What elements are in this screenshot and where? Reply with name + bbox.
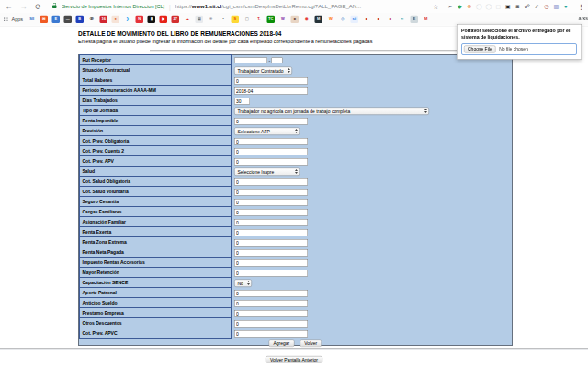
select-dropdown[interactable]: Seleccione Isapre bbox=[234, 167, 300, 176]
bookmark-item[interactable]: W bbox=[327, 16, 335, 24]
text-input[interactable] bbox=[234, 178, 308, 186]
bookmark-star-icon[interactable]: ☆ bbox=[433, 3, 438, 10]
text-input[interactable] bbox=[234, 189, 308, 196]
back-button[interactable]: ← bbox=[4, 1, 14, 13]
reload-button[interactable]: ⟳ bbox=[33, 1, 43, 13]
bookmark-item[interactable]: S bbox=[232, 16, 240, 24]
bookmark-item[interactable]: ✳ bbox=[208, 16, 216, 24]
bookmark-item[interactable]: T. bbox=[255, 16, 264, 24]
select-dropdown[interactable]: Trabajador Contratado bbox=[234, 66, 292, 75]
bookmark-item[interactable]: 27 bbox=[172, 16, 180, 24]
volver-pantalla-anterior-button[interactable]: Volver Pantalla Anterior bbox=[266, 356, 322, 363]
extension-icon[interactable]: ◯ bbox=[475, 3, 483, 11]
bookmark-item[interactable]: — bbox=[64, 16, 73, 24]
bookmark-item[interactable]: ☻ bbox=[387, 16, 395, 24]
apps-grid-icon[interactable] bbox=[4, 17, 8, 22]
field-value-cell: - 0 bbox=[232, 318, 512, 328]
bookmark-item[interactable]: B bbox=[76, 16, 85, 24]
bookmark-item[interactable]: ✉ bbox=[40, 16, 49, 24]
rut-number-input[interactable] bbox=[234, 57, 267, 63]
dialog-message: Porfavor seleccione el archivo entregado… bbox=[461, 28, 577, 40]
extension-icon[interactable]: ▣ bbox=[504, 3, 513, 11]
chrome-menu-icon[interactable]: ⋮ bbox=[578, 3, 584, 10]
other-bookmarks-label[interactable]: arks bbox=[579, 16, 588, 21]
text-input[interactable] bbox=[234, 310, 308, 317]
extension-icon[interactable]: ⊗ bbox=[466, 3, 474, 11]
bookmark-item[interactable]: Ⓑ bbox=[88, 16, 96, 24]
extension-icon[interactable]: ☍ bbox=[524, 3, 532, 11]
volver-button[interactable]: Volver bbox=[300, 340, 322, 348]
text-input[interactable] bbox=[234, 219, 308, 226]
extension-icon[interactable]: ➚ bbox=[533, 3, 541, 11]
bookmark-item[interactable]: 16 bbox=[100, 16, 108, 24]
bookmark-item[interactable]: ❯ bbox=[124, 16, 132, 24]
text-input[interactable] bbox=[234, 239, 308, 247]
text-input[interactable] bbox=[234, 158, 308, 166]
text-input[interactable] bbox=[234, 138, 308, 145]
bookmark-item[interactable]: E bbox=[411, 16, 419, 24]
bookmark-item[interactable]: ● bbox=[112, 16, 120, 24]
text-input[interactable] bbox=[234, 87, 308, 95]
bookmark-item[interactable]: ◔ bbox=[220, 16, 228, 24]
rut-dv-input[interactable] bbox=[272, 57, 283, 63]
extension-icon[interactable]: ◙ bbox=[514, 3, 522, 11]
select-dropdown[interactable]: No bbox=[234, 279, 252, 287]
field-value-cell: - Trabajador Contratado bbox=[232, 65, 512, 75]
bookmark-item[interactable]: ☁ bbox=[184, 16, 192, 24]
text-input[interactable] bbox=[234, 77, 308, 85]
agregar-button[interactable]: Agregar bbox=[269, 340, 295, 348]
bookmark-item[interactable]: ▢ bbox=[243, 16, 252, 24]
text-input[interactable] bbox=[234, 320, 308, 328]
text-input[interactable] bbox=[234, 209, 308, 216]
choose-file-button[interactable]: Choose File bbox=[464, 45, 496, 52]
text-input[interactable] bbox=[234, 229, 308, 236]
text-input[interactable] bbox=[234, 148, 308, 155]
address-bar[interactable]: https://www1.sii.cl/cgi_csm/csmDespInsDe… bbox=[175, 4, 426, 10]
extension-icon[interactable]: ➢ bbox=[447, 3, 455, 11]
bookmark-item[interactable]: E bbox=[52, 16, 61, 24]
forward-button[interactable]: → bbox=[18, 1, 28, 13]
select-stepper-icon bbox=[288, 68, 290, 73]
bookmark-item[interactable]: sii bbox=[351, 16, 359, 24]
bookmark-item[interactable]: ▤ bbox=[196, 16, 204, 24]
text-input[interactable] bbox=[234, 330, 308, 338]
bookmark-item[interactable]: ▶ bbox=[160, 16, 168, 24]
bookmark-item[interactable]: W bbox=[279, 16, 288, 24]
bookmark-item[interactable]: TC bbox=[267, 16, 276, 24]
extension-icon[interactable]: ● bbox=[562, 3, 571, 11]
extension-icon[interactable]: ◆ bbox=[456, 3, 464, 11]
field-value-cell: - No bbox=[232, 278, 512, 288]
text-input[interactable] bbox=[234, 98, 250, 105]
text-input[interactable] bbox=[234, 270, 308, 277]
field-value-cell: - Trabajador no agricola con jornada de … bbox=[232, 106, 512, 116]
text-input[interactable] bbox=[234, 118, 308, 125]
extension-icon[interactable]: ◯ bbox=[485, 3, 493, 11]
text-input[interactable] bbox=[234, 300, 308, 307]
bookmark-item[interactable]: ☻ bbox=[375, 16, 383, 24]
bookmark-item[interactable]: M bbox=[315, 16, 323, 24]
text-input[interactable] bbox=[234, 249, 308, 257]
field-value-cell: - 0 bbox=[232, 328, 512, 339]
bookmark-item[interactable]: ∞ bbox=[399, 16, 407, 24]
bookmark-item[interactable]: SII bbox=[28, 16, 37, 24]
text-input[interactable] bbox=[234, 290, 308, 297]
extension-icon[interactable]: ▥ bbox=[552, 3, 560, 11]
url-scheme: https:// bbox=[175, 4, 192, 10]
bookmark-item[interactable]: ▮ bbox=[148, 16, 156, 24]
extension-icon[interactable]: ◷ bbox=[543, 3, 551, 11]
bookmark-item[interactable]: N bbox=[136, 16, 144, 24]
bookmark-item[interactable]: ☻ bbox=[291, 16, 300, 24]
bookmark-item[interactable]: M bbox=[423, 16, 431, 24]
bookmark-item[interactable]: ◉ bbox=[303, 16, 311, 24]
field-value-cell: - 0 bbox=[232, 268, 512, 278]
text-input[interactable] bbox=[234, 199, 308, 206]
select-dropdown[interactable]: Trabajador no agricola con jornada de tr… bbox=[234, 107, 429, 115]
select-dropdown[interactable]: Seleccione AFP bbox=[234, 127, 300, 135]
text-input[interactable] bbox=[234, 259, 308, 267]
file-input[interactable]: Choose File No file chosen bbox=[461, 43, 577, 55]
security-chip[interactable]: Servicio de Impuestos Internos Direccion… bbox=[62, 4, 165, 9]
bookmark-item[interactable]: ☻ bbox=[363, 16, 371, 24]
apps-label[interactable]: Apps bbox=[12, 17, 24, 22]
extension-icon[interactable]: ▢ bbox=[494, 3, 503, 11]
bookmark-item[interactable]: ◇ bbox=[339, 16, 347, 24]
